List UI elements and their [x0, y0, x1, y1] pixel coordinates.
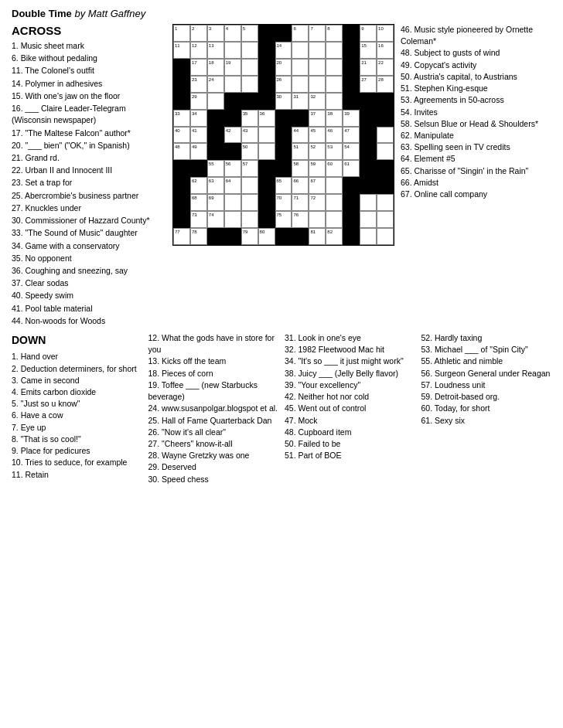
grid-cell-11-6[interactable]: 75: [275, 211, 292, 228]
grid-cell-11-9[interactable]: [326, 211, 343, 228]
grid-cell-7-5[interactable]: [258, 143, 275, 160]
grid-cell-10-3[interactable]: [224, 194, 241, 211]
grid-cell-2-1[interactable]: 17: [190, 59, 207, 76]
grid-cell-2-8[interactable]: [309, 59, 326, 76]
grid-cell-1-3[interactable]: [224, 42, 241, 59]
grid-cell-7-8[interactable]: 52: [309, 143, 326, 160]
grid-cell-9-6[interactable]: 65: [275, 177, 292, 194]
grid-cell-9-4[interactable]: [241, 177, 258, 194]
grid-cell-7-10[interactable]: 54: [343, 143, 360, 160]
grid-cell-12-8[interactable]: 81: [309, 228, 326, 245]
grid-cell-0-11[interactable]: 9: [360, 25, 377, 42]
grid-cell-1-8[interactable]: [309, 42, 326, 59]
grid-cell-6-1[interactable]: 41: [190, 127, 207, 144]
grid-cell-7-1[interactable]: 49: [190, 143, 207, 160]
grid-cell-10-4[interactable]: [241, 194, 258, 211]
grid-cell-9-2[interactable]: 63: [207, 177, 224, 194]
grid-cell-12-9[interactable]: 82: [326, 228, 343, 245]
grid-cell-6-9[interactable]: 46: [326, 127, 343, 144]
grid-cell-1-4[interactable]: [241, 42, 258, 59]
grid-cell-3-6[interactable]: 26: [275, 76, 292, 93]
grid-cell-3-12[interactable]: 28: [377, 76, 394, 93]
grid-cell-4-8[interactable]: 32: [309, 93, 326, 110]
grid-cell-11-1[interactable]: 73: [190, 211, 207, 228]
grid-cell-11-2[interactable]: 74: [207, 211, 224, 228]
grid-cell-10-1[interactable]: 68: [190, 194, 207, 211]
grid-cell-6-3[interactable]: 42: [224, 127, 241, 144]
grid-cell-1-11[interactable]: 15: [360, 42, 377, 59]
grid-cell-10-8[interactable]: 72: [309, 194, 326, 211]
grid-cell-3-1[interactable]: 23: [190, 76, 207, 93]
grid-cell-1-7[interactable]: [292, 42, 309, 59]
grid-cell-8-4[interactable]: 57: [241, 160, 258, 177]
grid-cell-2-12[interactable]: 22: [377, 59, 394, 76]
grid-cell-11-3[interactable]: [224, 211, 241, 228]
grid-cell-1-2[interactable]: 13: [207, 42, 224, 59]
grid-cell-0-2[interactable]: 3: [207, 25, 224, 42]
grid-cell-1-12[interactable]: 16: [377, 42, 394, 59]
grid-cell-11-4[interactable]: [241, 211, 258, 228]
grid-cell-2-2[interactable]: 18: [207, 59, 224, 76]
grid-cell-0-7[interactable]: 6: [292, 25, 309, 42]
grid-cell-2-11[interactable]: 21: [360, 59, 377, 76]
grid-cell-8-10[interactable]: 61: [343, 160, 360, 177]
grid-cell-3-9[interactable]: [326, 76, 343, 93]
grid-cell-9-1[interactable]: 62: [190, 177, 207, 194]
grid-cell-0-4[interactable]: 5: [241, 25, 258, 42]
grid-cell-2-4[interactable]: [241, 59, 258, 76]
grid-cell-9-9[interactable]: [326, 177, 343, 194]
grid-cell-7-7[interactable]: 51: [292, 143, 309, 160]
grid-cell-8-9[interactable]: 60: [326, 160, 343, 177]
grid-cell-2-3[interactable]: 19: [224, 59, 241, 76]
grid-cell-6-7[interactable]: 44: [292, 127, 309, 144]
grid-cell-3-2[interactable]: 24: [207, 76, 224, 93]
grid-cell-10-12[interactable]: [377, 194, 394, 211]
grid-cell-12-12[interactable]: [377, 228, 394, 245]
grid-cell-3-3[interactable]: [224, 76, 241, 93]
grid-cell-0-9[interactable]: 8: [326, 25, 343, 42]
grid-cell-7-12[interactable]: [377, 143, 394, 160]
grid-cell-10-11[interactable]: [360, 194, 377, 211]
grid-cell-10-7[interactable]: 71: [292, 194, 309, 211]
grid-cell-4-9[interactable]: [326, 93, 343, 110]
grid-cell-4-1[interactable]: 29: [190, 93, 207, 110]
grid-cell-0-3[interactable]: 4: [224, 25, 241, 42]
grid-cell-6-5[interactable]: [258, 127, 275, 144]
grid-cell-4-7[interactable]: 31: [292, 93, 309, 110]
grid-cell-8-2[interactable]: 55: [207, 160, 224, 177]
grid-cell-3-7[interactable]: [292, 76, 309, 93]
grid-cell-1-1[interactable]: 12: [190, 42, 207, 59]
grid-cell-6-8[interactable]: 45: [309, 127, 326, 144]
grid-cell-6-10[interactable]: 47: [343, 127, 360, 144]
grid-cell-9-3[interactable]: 64: [224, 177, 241, 194]
grid-cell-0-0[interactable]: 1: [173, 25, 190, 42]
grid-cell-2-9[interactable]: [326, 59, 343, 76]
grid-cell-5-10[interactable]: 39: [343, 110, 360, 127]
grid-cell-5-9[interactable]: 38: [326, 110, 343, 127]
grid-cell-12-1[interactable]: 78: [190, 228, 207, 245]
grid-cell-0-1[interactable]: 2: [190, 25, 207, 42]
grid-cell-3-11[interactable]: 27: [360, 76, 377, 93]
grid-cell-7-9[interactable]: 53: [326, 143, 343, 160]
grid-cell-1-0[interactable]: 11: [173, 42, 190, 59]
grid-cell-12-5[interactable]: 80: [258, 228, 275, 245]
grid-cell-5-1[interactable]: 34: [190, 110, 207, 127]
grid-cell-8-3[interactable]: 56: [224, 160, 241, 177]
grid-cell-1-9[interactable]: [326, 42, 343, 59]
grid-cell-11-11[interactable]: [360, 211, 377, 228]
grid-cell-5-8[interactable]: 37: [309, 110, 326, 127]
grid-cell-11-7[interactable]: 76: [292, 211, 309, 228]
grid-cell-11-8[interactable]: [309, 211, 326, 228]
grid-cell-4-2[interactable]: [207, 93, 224, 110]
grid-cell-5-5[interactable]: 36: [258, 110, 275, 127]
grid-cell-2-7[interactable]: [292, 59, 309, 76]
grid-cell-6-4[interactable]: 43: [241, 127, 258, 144]
grid-cell-7-0[interactable]: 48: [173, 143, 190, 160]
grid-cell-5-4[interactable]: 35: [241, 110, 258, 127]
grid-cell-10-6[interactable]: 70: [275, 194, 292, 211]
grid-cell-10-2[interactable]: 69: [207, 194, 224, 211]
grid-cell-2-6[interactable]: 20: [275, 59, 292, 76]
grid-cell-6-12[interactable]: [377, 127, 394, 144]
grid-cell-5-0[interactable]: 33: [173, 110, 190, 127]
grid-cell-10-9[interactable]: [326, 194, 343, 211]
